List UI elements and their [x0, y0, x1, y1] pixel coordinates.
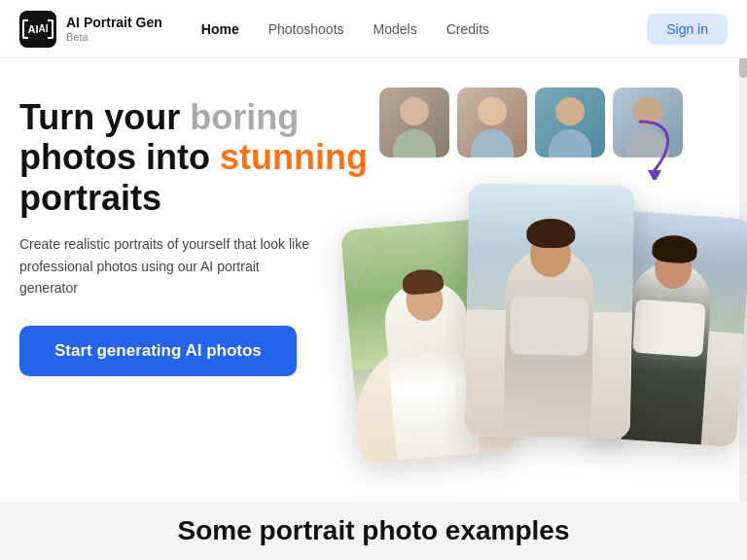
- face-2: [457, 88, 527, 158]
- hero-left: Turn your boring photos into stunning po…: [19, 88, 370, 560]
- nav-links: Home Photoshoots Models Credits: [201, 21, 647, 37]
- face-head-3: [555, 97, 585, 125]
- face-head-2: [478, 97, 507, 125]
- hero-heading: Turn your boring photos into stunning po…: [19, 97, 370, 218]
- heading-portraits: portraits: [19, 178, 161, 218]
- bottom-peek-text: Some portrait photo examples: [178, 515, 570, 546]
- face-3: [535, 88, 605, 158]
- face-body-2: [471, 129, 514, 158]
- thumbnail-1: [379, 88, 449, 158]
- portrait-card-center: [465, 184, 635, 439]
- face-body-1: [393, 129, 436, 158]
- logo-icon-text: AI: [39, 23, 49, 34]
- heading-boring: boring: [190, 97, 299, 137]
- face-head-1: [400, 97, 429, 125]
- bottom-peek-section: Some portrait photo examples: [0, 502, 747, 560]
- logo[interactable]: AI AI Portrait Gen Beta: [19, 11, 162, 48]
- thumbnail-2: [457, 88, 527, 158]
- nav-models[interactable]: Models: [374, 21, 417, 37]
- portrait-cards: [350, 165, 739, 496]
- logo-subtitle: Beta: [66, 31, 162, 43]
- heading-photos-into: photos into: [19, 137, 220, 177]
- nav-photoshoots[interactable]: Photoshoots: [268, 21, 344, 37]
- logo-text: AI Portrait Gen Beta: [66, 15, 162, 43]
- logo-icon: AI: [19, 11, 56, 48]
- logo-title: AI Portrait Gen: [66, 15, 162, 31]
- nav-credits[interactable]: Credits: [446, 21, 489, 37]
- thumbnail-3: [535, 88, 605, 158]
- heading-turn: Turn your: [19, 97, 190, 137]
- face-body-3: [549, 129, 591, 158]
- heading-stunning: stunning: [220, 137, 368, 177]
- logo-bracket-left: [22, 19, 28, 39]
- nav-right: Sign in: [647, 14, 728, 45]
- face-1: [379, 88, 449, 158]
- signin-button[interactable]: Sign in: [647, 14, 728, 45]
- hero-subtext: Create realistic portraits of yourself t…: [19, 233, 311, 298]
- navbar: AI AI Portrait Gen Beta Home Photoshoots…: [0, 0, 747, 58]
- cta-button[interactable]: Start generating AI photos: [19, 326, 297, 376]
- hero-right: [370, 88, 728, 560]
- hero-section: Turn your boring photos into stunning po…: [0, 58, 747, 560]
- portrait-img-center: [465, 184, 635, 439]
- nav-home[interactable]: Home: [201, 21, 239, 37]
